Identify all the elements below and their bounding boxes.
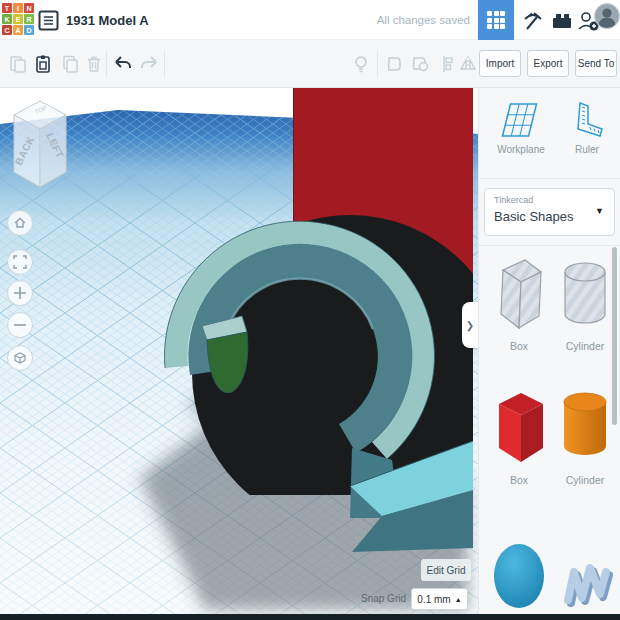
- fit-view-button[interactable]: [7, 249, 33, 275]
- avatar[interactable]: [594, 3, 620, 29]
- shape-box-solid[interactable]: Box: [489, 384, 549, 486]
- undo-icon[interactable]: [113, 54, 133, 74]
- export-button[interactable]: Export: [527, 50, 569, 77]
- box-solid-thumb: [489, 384, 549, 468]
- perspective-toggle-button[interactable]: [7, 345, 33, 371]
- workplane-tool[interactable]: Workplane: [493, 100, 549, 155]
- scribble-thumb: [555, 512, 615, 614]
- design-menu-button[interactable]: [38, 10, 59, 31]
- redo-icon[interactable]: [139, 54, 159, 74]
- logo-tile: T: [2, 3, 12, 13]
- send-to-button[interactable]: Send To: [575, 50, 617, 77]
- dropdown-up-icon: ▲: [455, 596, 462, 603]
- workplane-label: Workplane: [493, 144, 549, 155]
- blocks-mode-button[interactable]: [478, 0, 514, 40]
- snap-grid-label: Snap Grid: [340, 593, 406, 604]
- logo-tile: A: [13, 25, 23, 35]
- save-status: All changes saved: [377, 14, 470, 26]
- copy-icon[interactable]: [8, 54, 28, 74]
- collection-name: Basic Shapes: [494, 209, 574, 224]
- shape-sphere[interactable]: [489, 512, 549, 614]
- collection-source: Tinkercad: [494, 195, 533, 205]
- ruler-tool[interactable]: Ruler: [563, 100, 611, 155]
- delete-icon[interactable]: [84, 54, 104, 74]
- box-hole-thumb: [489, 252, 549, 334]
- group-icon[interactable]: [384, 54, 404, 74]
- logo-tile: E: [13, 14, 23, 24]
- home-view-button[interactable]: [7, 210, 33, 236]
- align-icon[interactable]: [438, 54, 458, 74]
- snap-grid-dropdown[interactable]: 0.1 mm▲: [411, 588, 468, 610]
- logo-tile: I: [13, 3, 23, 13]
- ungroup-icon[interactable]: [410, 54, 430, 74]
- shape-cylinder-solid[interactable]: Cylinder: [555, 384, 615, 486]
- ruler-icon: [568, 100, 606, 140]
- shapes-panel: Workplane Ruler Tinkercad Basic Shapes ▼: [478, 88, 620, 614]
- scene-canvas[interactable]: TOP BACK LEFT: [0, 88, 478, 614]
- lightbulb-icon[interactable]: [351, 54, 371, 74]
- import-button[interactable]: Import: [479, 50, 521, 77]
- zoom-out-button[interactable]: [7, 312, 33, 338]
- panel-collapse-handle[interactable]: ❯: [462, 302, 478, 348]
- edit-grid-button[interactable]: Edit Grid: [421, 559, 471, 581]
- chevron-right-icon: ❯: [466, 320, 474, 331]
- blocks-grid-icon: [487, 11, 505, 29]
- viewport-3d[interactable]: TOP BACK LEFT: [0, 88, 478, 614]
- view-cube[interactable]: TOP BACK LEFT: [13, 101, 66, 187]
- shape-scribble[interactable]: [555, 512, 615, 614]
- cylinder-hole-thumb: [555, 252, 615, 334]
- workplane-icon: [499, 100, 543, 140]
- tinkercad-window: TOP BACK LEFT ❯ Edit Grid Snap Grid 0.1 …: [0, 0, 620, 620]
- top-bar: T I N K E R C A D 1931 Model A All chang…: [0, 0, 620, 40]
- shape-box-hole[interactable]: Box: [489, 252, 549, 352]
- design-title[interactable]: 1931 Model A: [66, 13, 149, 28]
- logo-tile: K: [2, 14, 12, 24]
- logo-tile: N: [24, 3, 34, 13]
- ruler-label: Ruler: [563, 144, 611, 155]
- logo-tile: D: [24, 25, 34, 35]
- bottom-edge: [0, 614, 620, 620]
- cylinder-solid-thumb: [555, 384, 615, 468]
- minecraft-pickaxe-icon[interactable]: [520, 9, 544, 33]
- sphere-thumb: [489, 512, 549, 614]
- chevron-down-icon: ▼: [595, 206, 604, 216]
- brick-icon[interactable]: [550, 9, 574, 33]
- edit-toolbar: Import Export Send To: [0, 40, 620, 88]
- mirror-icon[interactable]: [459, 54, 479, 74]
- shape-cylinder-hole[interactable]: Cylinder: [555, 252, 615, 352]
- paste-icon[interactable]: [33, 54, 53, 74]
- shape-collection-dropdown[interactable]: Tinkercad Basic Shapes ▼: [484, 188, 615, 236]
- duplicate-icon[interactable]: [60, 54, 80, 74]
- logo-tile: C: [2, 25, 12, 35]
- zoom-in-button[interactable]: [7, 280, 33, 306]
- logo-tile: R: [24, 14, 34, 24]
- tinkercad-logo[interactable]: T I N K E R C A D: [2, 3, 34, 35]
